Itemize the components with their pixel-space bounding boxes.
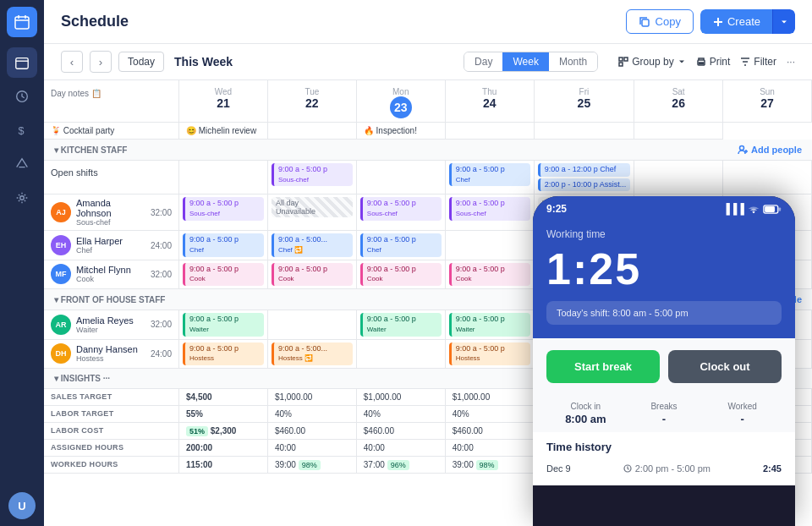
sales-target-mon: $1,000.00: [357, 389, 446, 406]
start-break-button[interactable]: Start break: [546, 350, 660, 383]
tab-month[interactable]: Month: [549, 52, 597, 71]
svg-rect-9: [642, 19, 649, 26]
app-logo: [7, 7, 37, 37]
tab-week[interactable]: Week: [502, 52, 548, 71]
open-shift-sat: [634, 161, 723, 195]
assigned-hours-thu: 40:00: [446, 440, 535, 457]
staff-mitchel: MF Mitchel Flynn Cook 32:00: [44, 260, 179, 289]
clock-info: Clock in 8:00 am Breaks - Worked -: [533, 395, 795, 432]
sales-target-wed: $1,000.00: [268, 389, 357, 406]
avatar-amelia: AR: [51, 315, 71, 335]
clock-out-button[interactable]: Clock out: [668, 350, 782, 383]
clock-display: 1:25: [546, 244, 782, 294]
group-by-button[interactable]: Group by: [618, 56, 685, 68]
user-avatar[interactable]: U: [8, 492, 36, 519]
prev-week-button[interactable]: ‹: [61, 51, 83, 73]
tab-day[interactable]: Day: [464, 52, 502, 71]
svg-point-17: [740, 146, 744, 151]
danny-mon: [357, 340, 446, 369]
day-note-mon: [268, 123, 357, 140]
day-note-tue: 😊 Michelin review: [179, 123, 268, 140]
worked-hours-wed: 39:00 98%: [268, 457, 357, 474]
open-shift-fri[interactable]: 9:00 a - 12:00 p Chef 2:00 p - 10:00 p A…: [535, 161, 635, 195]
toolbar-right: Group by Print Filter ···: [618, 56, 795, 68]
worked-hours-label: WORKED HOURS: [44, 457, 179, 474]
staff-danny: DH Danny Hansen Hostess 24:00: [44, 340, 179, 369]
next-week-button[interactable]: ›: [90, 51, 112, 73]
col-tue: Tue 22: [268, 80, 357, 123]
danny-tue[interactable]: 9:00 a - 5:00...Hostess 🔁: [268, 340, 357, 369]
svg-rect-25: [765, 206, 775, 212]
phone-status-bar: 9:25 ▐▐▐: [533, 196, 795, 218]
ella-thu: [446, 231, 535, 260]
amelia-wed[interactable]: 9:00 a - 5:00 pWaiter: [179, 310, 268, 339]
avatar-amanda: AJ: [51, 202, 71, 222]
copy-button[interactable]: Copy: [626, 9, 694, 34]
page-title: Schedule: [61, 13, 129, 30]
mitchel-tue[interactable]: 9:00 a - 5:00 pCook: [268, 260, 357, 289]
col-sat: Sat 26: [634, 80, 723, 123]
working-time-label: Working time: [546, 228, 782, 240]
sidebar-item-time[interactable]: [7, 81, 37, 112]
ella-wed[interactable]: 9:00 a - 5:00 pChef: [179, 231, 268, 260]
labor-target-label: LABOR TARGET: [44, 406, 179, 423]
svg-rect-12: [619, 58, 623, 61]
col-sun: Sun 27: [723, 80, 812, 123]
svg-rect-26: [779, 207, 782, 211]
sidebar-item-travel[interactable]: [7, 149, 37, 179]
labor-target-total: 55%: [179, 406, 268, 423]
day-note-sat: [535, 123, 635, 140]
mitchel-wed[interactable]: 9:00 a - 5:00 pCook: [179, 260, 268, 289]
open-shift-thu[interactable]: 9:00 a - 5:00 pChef: [446, 161, 535, 195]
print-button[interactable]: Print: [696, 56, 731, 68]
svg-rect-0: [15, 17, 29, 29]
col-fri: Fri 25: [535, 80, 635, 123]
open-shift-sun: [723, 161, 812, 195]
labor-cost-wed: $460.00: [268, 423, 357, 440]
shift-info: Today's shift: 8:00 am - 5:00 pm: [546, 301, 782, 325]
create-button[interactable]: Create: [700, 9, 772, 34]
header: Schedule Copy Create: [44, 0, 812, 44]
labor-target-mon: 40%: [357, 406, 446, 423]
ella-tue[interactable]: 9:00 a - 5:00...Chef 🔁: [268, 231, 357, 260]
svg-rect-13: [624, 58, 628, 61]
amanda-tue[interactable]: All dayUnavailable: [268, 195, 357, 231]
mitchel-mon[interactable]: 9:00 a - 5:00 pCook: [357, 260, 446, 289]
sidebar-item-settings[interactable]: [7, 183, 37, 213]
amelia-thu[interactable]: 9:00 a - 5:00 pWaiter: [446, 310, 535, 339]
labor-target-wed: 40%: [268, 406, 357, 423]
phone-body: Working time 1:25 Today's shift: 8:00 am…: [533, 218, 795, 338]
svg-text:$: $: [19, 125, 25, 137]
more-button[interactable]: ···: [787, 56, 795, 68]
col-mon: Mon 23: [357, 80, 446, 123]
day-note-fri: [446, 123, 535, 140]
amelia-mon[interactable]: 9:00 a - 5:00 pWaiter: [357, 310, 446, 339]
svg-rect-16: [699, 63, 703, 64]
phone-actions: Start break Clock out: [533, 338, 795, 395]
add-people-button-kitchen[interactable]: Add people: [738, 145, 802, 155]
today-button[interactable]: Today: [118, 52, 164, 72]
mitchel-thu[interactable]: 9:00 a - 5:00 pCook: [446, 260, 535, 289]
create-dropdown-button[interactable]: [772, 9, 795, 34]
sales-target-total: $4,500: [179, 389, 268, 406]
day-note-wed: 🍹 Cocktail party: [44, 123, 179, 140]
labor-cost-label: LABOR COST: [44, 423, 179, 440]
amanda-thu[interactable]: 9:00 a - 5:00 pSous-chef: [446, 195, 535, 231]
amelia-tue: [268, 310, 357, 339]
amanda-mon[interactable]: 9:00 a - 5:00 pSous-chef: [357, 195, 446, 231]
labor-target-thu: 40%: [446, 406, 535, 423]
sidebar-item-schedule[interactable]: [7, 47, 37, 78]
clock-in-info: Clock in 8:00 am: [546, 402, 625, 425]
worked-hours-mon: 37:00 96%: [357, 457, 446, 474]
staff-amanda: AJ Amanda Johnson Sous-chef 32:00: [44, 195, 179, 231]
ella-mon[interactable]: 9:00 a - 5:00 pChef: [357, 231, 446, 260]
open-shift-wed: [179, 161, 268, 195]
sidebar-item-payroll[interactable]: $: [7, 115, 37, 145]
danny-thu[interactable]: 9:00 a - 5:00 pHostess: [446, 340, 535, 369]
open-shift-tue[interactable]: 9:00 a - 5:00 pSous-chef: [268, 161, 357, 195]
sales-target-thu: $1,000.00: [446, 389, 535, 406]
danny-wed[interactable]: 9:00 a - 5:00 pHostess: [179, 340, 268, 369]
calendar-container: Day notes 📋 Wed 21 Tue 22 Mon 23 Thu 24 …: [44, 80, 812, 526]
filter-button[interactable]: Filter: [740, 56, 776, 68]
amanda-wed[interactable]: 9:00 a - 5:00 pSous-chef: [179, 195, 268, 231]
